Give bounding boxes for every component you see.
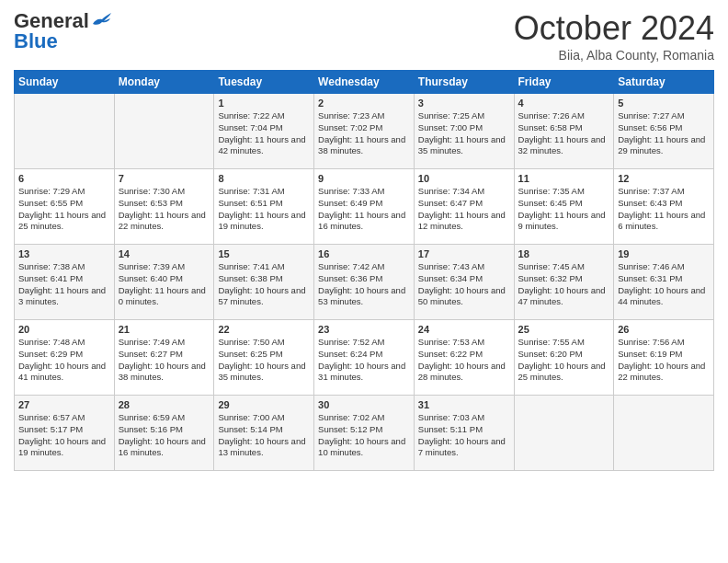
calendar-cell: 9Sunrise: 7:33 AMSunset: 6:49 PMDaylight… [314, 169, 415, 245]
sunrise-text: Sunrise: 7:43 AM [418, 261, 484, 271]
cell-content: Sunrise: 7:37 AMSunset: 6:43 PMDaylight:… [618, 186, 710, 233]
calendar-table: SundayMondayTuesdayWednesdayThursdayFrid… [14, 70, 714, 471]
calendar-cell: 6Sunrise: 7:29 AMSunset: 6:55 PMDaylight… [15, 169, 115, 245]
sunrise-text: Sunrise: 7:00 AM [218, 412, 284, 422]
daylight-text: Daylight: 11 hours and 16 minutes. [318, 210, 405, 232]
cell-content: Sunrise: 7:35 AMSunset: 6:45 PMDaylight:… [518, 186, 610, 233]
cell-content: Sunrise: 7:56 AMSunset: 6:19 PMDaylight:… [618, 337, 710, 384]
daylight-text: Daylight: 10 hours and 50 minutes. [418, 285, 506, 307]
cell-content: Sunrise: 7:52 AMSunset: 6:24 PMDaylight:… [318, 337, 410, 384]
daylight-text: Daylight: 11 hours and 42 minutes. [218, 134, 305, 156]
sunrise-text: Sunrise: 7:27 AM [618, 110, 684, 121]
cell-content: Sunrise: 7:55 AMSunset: 6:20 PMDaylight:… [518, 337, 610, 384]
calendar-cell [114, 94, 214, 169]
daylight-text: Daylight: 10 hours and 16 minutes. [119, 436, 206, 458]
sunset-text: Sunset: 6:55 PM [18, 198, 83, 208]
calendar-cell: 29Sunrise: 7:00 AMSunset: 5:14 PMDayligh… [214, 396, 314, 471]
daylight-text: Daylight: 11 hours and 22 minutes. [119, 210, 206, 232]
sunrise-text: Sunrise: 7:03 AM [418, 412, 484, 422]
daylight-text: Daylight: 10 hours and 41 minutes. [18, 361, 106, 383]
location: Biia, Alba County, Romania [514, 48, 714, 63]
sunrise-text: Sunrise: 7:48 AM [18, 337, 85, 347]
day-number: 13 [18, 248, 110, 259]
logo-blue: Blue [14, 29, 58, 53]
sunset-text: Sunset: 7:04 PM [218, 122, 282, 132]
day-number: 1 [218, 98, 310, 109]
calendar-cell: 3Sunrise: 7:25 AMSunset: 7:00 PMDaylight… [414, 94, 514, 169]
sunset-text: Sunset: 5:12 PM [318, 424, 382, 434]
sunrise-text: Sunrise: 7:37 AM [618, 186, 684, 196]
cell-content: Sunrise: 7:29 AMSunset: 6:55 PMDaylight:… [18, 186, 110, 233]
day-number: 25 [518, 324, 610, 335]
day-number: 21 [119, 324, 210, 335]
calendar-cell: 28Sunrise: 6:59 AMSunset: 5:16 PMDayligh… [114, 396, 214, 471]
daylight-text: Daylight: 10 hours and 25 minutes. [518, 361, 606, 383]
cell-content: Sunrise: 7:53 AMSunset: 6:22 PMDaylight:… [418, 337, 510, 384]
daylight-text: Daylight: 10 hours and 47 minutes. [518, 285, 606, 307]
sunset-text: Sunset: 5:14 PM [218, 424, 282, 434]
month-title: October 2024 [514, 9, 714, 48]
day-number: 16 [318, 248, 410, 259]
calendar-cell: 30Sunrise: 7:02 AMSunset: 5:12 PMDayligh… [314, 396, 415, 471]
sunset-text: Sunset: 6:45 PM [518, 198, 583, 208]
daylight-text: Daylight: 11 hours and 35 minutes. [418, 134, 506, 156]
calendar-cell: 23Sunrise: 7:52 AMSunset: 6:24 PMDayligh… [314, 320, 415, 396]
cell-content: Sunrise: 7:26 AMSunset: 6:58 PMDaylight:… [518, 110, 610, 157]
sunset-text: Sunset: 6:47 PM [418, 198, 483, 208]
calendar-cell: 7Sunrise: 7:30 AMSunset: 6:53 PMDaylight… [114, 169, 214, 245]
day-number: 12 [618, 173, 710, 184]
calendar-cell: 17Sunrise: 7:43 AMSunset: 6:34 PMDayligh… [414, 245, 514, 320]
sunset-text: Sunset: 6:41 PM [18, 273, 83, 283]
day-number: 15 [218, 248, 310, 259]
daylight-text: Daylight: 10 hours and 19 minutes. [18, 436, 106, 458]
calendar-cell: 13Sunrise: 7:38 AMSunset: 6:41 PMDayligh… [15, 245, 115, 320]
day-number: 4 [518, 98, 610, 109]
calendar-cell [514, 396, 614, 471]
calendar-cell: 22Sunrise: 7:50 AMSunset: 6:25 PMDayligh… [214, 320, 314, 396]
calendar-cell: 31Sunrise: 7:03 AMSunset: 5:11 PMDayligh… [414, 396, 514, 471]
sunrise-text: Sunrise: 7:49 AM [119, 337, 185, 347]
sunset-text: Sunset: 6:38 PM [218, 273, 282, 283]
sunrise-text: Sunrise: 7:34 AM [418, 186, 484, 196]
daylight-text: Daylight: 11 hours and 3 minutes. [18, 285, 106, 307]
sunrise-text: Sunrise: 7:50 AM [218, 337, 284, 347]
title-section: October 2024 Biia, Alba County, Romania [514, 9, 714, 63]
calendar-cell: 16Sunrise: 7:42 AMSunset: 6:36 PMDayligh… [314, 245, 415, 320]
cell-content: Sunrise: 7:45 AMSunset: 6:32 PMDaylight:… [518, 261, 610, 308]
cell-content: Sunrise: 7:27 AMSunset: 6:56 PMDaylight:… [618, 110, 710, 157]
cell-content: Sunrise: 7:30 AMSunset: 6:53 PMDaylight:… [119, 186, 210, 233]
sunset-text: Sunset: 6:49 PM [318, 198, 382, 208]
calendar-cell: 2Sunrise: 7:23 AMSunset: 7:02 PMDaylight… [314, 94, 415, 169]
calendar-cell: 20Sunrise: 7:48 AMSunset: 6:29 PMDayligh… [15, 320, 115, 396]
daylight-text: Daylight: 11 hours and 12 minutes. [418, 210, 506, 232]
day-number: 6 [18, 173, 110, 184]
sunrise-text: Sunrise: 7:39 AM [119, 261, 185, 271]
day-number: 20 [18, 324, 110, 335]
sunrise-text: Sunrise: 7:29 AM [18, 186, 85, 196]
daylight-text: Daylight: 10 hours and 38 minutes. [119, 361, 206, 383]
sunrise-text: Sunrise: 7:41 AM [218, 261, 284, 271]
sunrise-text: Sunrise: 7:38 AM [18, 261, 85, 271]
logo: General Blue [14, 9, 111, 53]
sunrise-text: Sunrise: 7:31 AM [218, 186, 284, 196]
day-number: 24 [418, 324, 510, 335]
cell-content: Sunrise: 7:43 AMSunset: 6:34 PMDaylight:… [418, 261, 510, 308]
daylight-text: Daylight: 11 hours and 25 minutes. [18, 210, 106, 232]
calendar-cell: 10Sunrise: 7:34 AMSunset: 6:47 PMDayligh… [414, 169, 514, 245]
sunset-text: Sunset: 6:51 PM [218, 198, 282, 208]
weekday-header-wednesday: Wednesday [314, 71, 415, 94]
calendar-cell: 12Sunrise: 7:37 AMSunset: 6:43 PMDayligh… [614, 169, 714, 245]
day-number: 3 [418, 98, 510, 109]
day-number: 30 [318, 399, 410, 410]
sunrise-text: Sunrise: 7:23 AM [318, 110, 384, 121]
sunset-text: Sunset: 6:31 PM [618, 273, 682, 283]
weekday-header-row: SundayMondayTuesdayWednesdayThursdayFrid… [15, 71, 714, 94]
sunset-text: Sunset: 6:58 PM [518, 122, 583, 132]
day-number: 2 [318, 98, 410, 109]
sunset-text: Sunset: 6:36 PM [318, 273, 382, 283]
day-number: 18 [518, 248, 610, 259]
sunrise-text: Sunrise: 7:35 AM [518, 186, 585, 196]
cell-content: Sunrise: 7:25 AMSunset: 7:00 PMDaylight:… [418, 110, 510, 157]
sunset-text: Sunset: 6:27 PM [119, 349, 183, 359]
daylight-text: Daylight: 10 hours and 44 minutes. [618, 285, 705, 307]
